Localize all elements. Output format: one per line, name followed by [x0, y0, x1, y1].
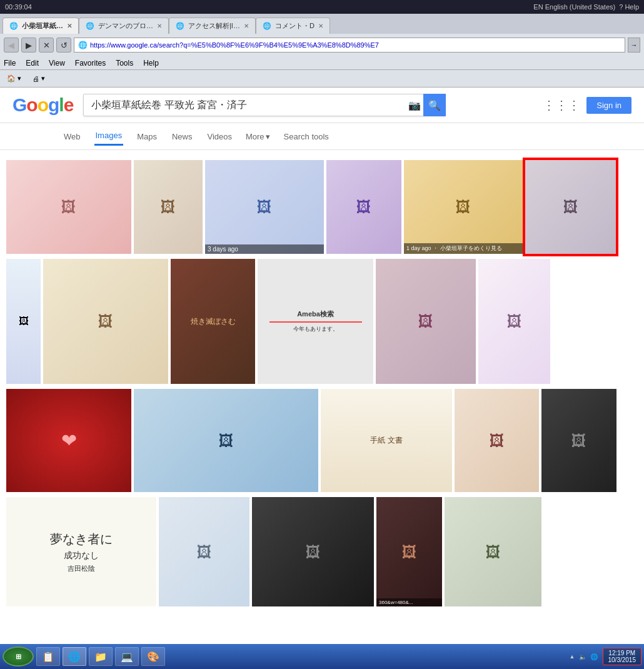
google-header: Google 📷 🔍 ⋮⋮⋮ Sign in — [0, 88, 644, 123]
image-item[interactable]: 🖼 360&w=480&... — [376, 497, 442, 606]
stop-button[interactable]: ✕ — [39, 38, 54, 53]
tab-2[interactable]: 🌐 アクセス解析|I… ✕ — [169, 18, 256, 34]
camera-search-icon[interactable]: 📷 — [408, 99, 421, 111]
image-item[interactable]: 🖼 — [6, 259, 41, 384]
nav-search-tools[interactable]: Search tools — [283, 128, 330, 145]
taskbar-icon-4: 🎨 — [147, 651, 159, 663]
tab-3[interactable]: 🌐 コメント・D ✕ — [256, 18, 330, 34]
image-item[interactable]: Ameba検索 今年もあります。 — [258, 259, 373, 384]
taskbar-item-3[interactable]: 💻 — [115, 647, 139, 666]
image-item[interactable]: 🖼 — [159, 497, 249, 606]
tab-2-icon: 🌐 — [176, 22, 184, 30]
tab-0-label: 小柴垣草紙… — [22, 21, 63, 31]
image-item[interactable]: 🖼 — [541, 389, 616, 492]
menu-help[interactable]: Help — [143, 59, 159, 68]
image-item[interactable]: 🖼 3 days ago — [205, 160, 324, 254]
header-right: ⋮⋮⋮ Sign in — [543, 97, 631, 114]
taskbar-item-0[interactable]: 📋 — [36, 647, 60, 666]
search-input[interactable] — [83, 94, 446, 116]
tab-1-icon: 🌐 — [86, 22, 94, 30]
browser-toolbar: 🏠 ▾ 🖨 ▾ — [0, 70, 644, 88]
image-item[interactable]: 🖼 — [455, 389, 539, 492]
image-item[interactable]: 🖼 — [478, 259, 550, 384]
image-row-3: ❤ 🖼 手紙 文書 🖼 🖼 — [6, 389, 638, 492]
tab-1-close[interactable]: ✕ — [157, 23, 162, 29]
image-label: 360&w=480&... — [376, 598, 442, 606]
image-row-2: 🖼 🖼 焼き滅ぼさむ Ameba検索 今年もあります。 🖼 — [6, 259, 638, 384]
menu-file[interactable]: File — [4, 59, 16, 68]
home-dropdown: ▾ — [18, 74, 21, 83]
taskbar-right: ▲ 🔈 🌐 12:19 PM 10/3/2015 — [570, 648, 641, 665]
tab-3-close[interactable]: ✕ — [318, 23, 323, 29]
start-button[interactable]: ⊞ — [3, 646, 34, 666]
image-row-1: 🖼 🖼 🖼 3 days ago 🖼 🖼 1 day ago ・ 小柴垣草子をめ… — [6, 160, 638, 254]
help-link[interactable]: ? Help — [619, 3, 639, 11]
taskbar-item-2[interactable]: 📁 — [89, 647, 113, 666]
address-bar[interactable]: 🌐 https://www.google.ca/search?q=%E5%B0%… — [74, 38, 625, 53]
system-clock: 12:19 PM 10/3/2015 — [603, 648, 642, 665]
taskbar-item-1[interactable]: 🌐 — [63, 647, 86, 666]
image-item[interactable]: 夢なき者に 成功なし 吉田松陰 — [6, 497, 156, 606]
sign-in-button[interactable]: Sign in — [586, 97, 631, 114]
tray-arrow[interactable]: ▲ — [570, 653, 575, 660]
image-item[interactable]: 🖼 — [376, 259, 476, 384]
more-chevron-icon: ▾ — [266, 132, 270, 141]
image-item[interactable]: 🖼 — [445, 497, 541, 606]
print-icon: 🖨 — [33, 75, 39, 83]
windows-icon: ⊞ — [16, 653, 21, 661]
image-item[interactable]: 🖼 1 day ago ・ 小柴垣草子をめくり見る — [404, 160, 523, 254]
apps-icon[interactable]: ⋮⋮⋮ — [543, 98, 580, 113]
image-item[interactable]: 🖼 — [134, 389, 318, 492]
taskbar-icon-3: 💻 — [121, 651, 133, 663]
nav-news[interactable]: News — [171, 128, 194, 145]
menu-favorites[interactable]: Favorites — [75, 59, 106, 68]
nav-videos[interactable]: Videos — [206, 128, 233, 145]
image-item[interactable]: 🖼 — [326, 160, 401, 254]
volume-icon[interactable]: 🔈 — [579, 653, 586, 660]
clock-date: 10/3/2015 — [608, 656, 636, 663]
google-page: Google 📷 🔍 ⋮⋮⋮ Sign in Web Images Maps N… — [0, 88, 644, 650]
image-item[interactable]: 手紙 文書 — [321, 389, 452, 492]
tab-0-close[interactable]: ✕ — [67, 23, 72, 29]
tab-1-label: デンマンのブロ… — [98, 21, 153, 31]
title-bar: 00:39:04 EN English (United States) ? He… — [0, 0, 644, 14]
image-item[interactable]: ❤ — [6, 389, 131, 492]
network-icon[interactable]: 🌐 — [590, 653, 598, 660]
title-bar-right: EN English (United States) ? Help — [533, 3, 639, 11]
tab-bar: 🌐 小柴垣草紙… ✕ 🌐 デンマンのブロ… ✕ 🌐 アクセス解析|I… ✕ 🌐 … — [0, 14, 644, 34]
image-label: 1 day ago ・ 小柴垣草子をめくり見る — [404, 243, 523, 254]
search-button[interactable]: 🔍 — [423, 94, 446, 116]
go-button[interactable]: → — [628, 38, 640, 53]
home-icon: 🏠 — [7, 74, 16, 83]
clock-time: 12:19 PM — [608, 650, 636, 656]
nav-maps[interactable]: Maps — [136, 128, 158, 145]
menu-edit[interactable]: Edit — [26, 59, 39, 68]
refresh-button[interactable]: ↺ — [56, 38, 71, 53]
tab-2-close[interactable]: ✕ — [244, 23, 249, 29]
taskbar-icon-2: 📁 — [94, 651, 107, 663]
forward-button[interactable]: ▶ — [21, 38, 36, 53]
image-item[interactable]: 🖼 — [43, 259, 168, 384]
home-button[interactable]: 🏠 ▾ — [4, 73, 24, 84]
nav-images[interactable]: Images — [94, 127, 124, 146]
image-item[interactable]: 🖼 — [134, 160, 203, 254]
print-button[interactable]: 🖨 ▾ — [29, 73, 48, 84]
image-label: 3 days ago — [205, 244, 324, 254]
taskbar-item-4[interactable]: 🎨 — [141, 647, 165, 666]
image-item-selected[interactable]: 🖼 — [525, 160, 616, 254]
image-item[interactable]: 🖼 — [252, 497, 374, 606]
menu-tools[interactable]: Tools — [116, 59, 133, 68]
menu-view[interactable]: View — [49, 59, 65, 68]
menu-bar: File Edit View Favorites Tools Help — [0, 56, 644, 70]
title-bar-left: 00:39:04 — [5, 3, 32, 11]
taskbar-icon-0: 📋 — [42, 651, 54, 663]
image-item[interactable]: 🖼 — [6, 160, 131, 254]
nav-web[interactable]: Web — [63, 128, 82, 145]
google-logo: Google — [13, 94, 73, 116]
back-button[interactable]: ◀ — [4, 38, 19, 53]
nav-more[interactable]: More ▾ — [246, 132, 270, 141]
image-item[interactable]: 焼き滅ぼさむ — [171, 259, 255, 384]
tab-0[interactable]: 🌐 小柴垣草紙… ✕ — [3, 18, 79, 34]
tab-1[interactable]: 🌐 デンマンのブロ… ✕ — [79, 18, 169, 34]
tab-3-label: コメント・D — [275, 21, 314, 31]
